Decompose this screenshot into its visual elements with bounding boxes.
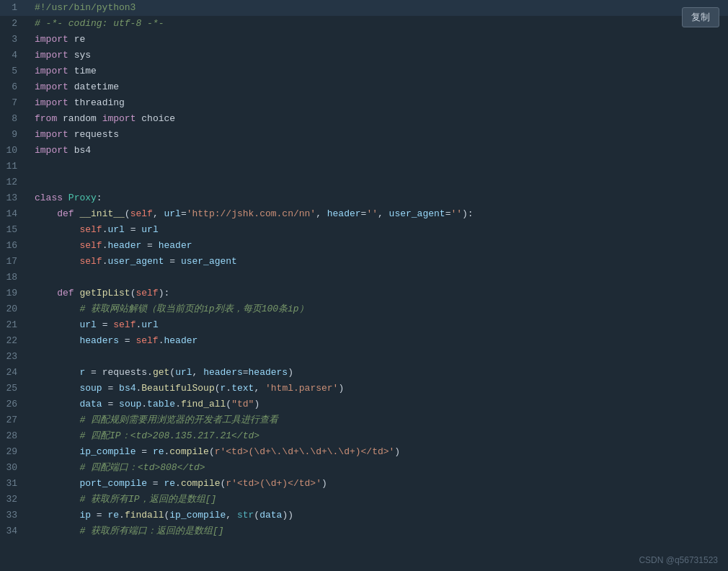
line-number: 30 xyxy=(0,460,29,476)
table-row: 26 data = soup.table.find_all("td") xyxy=(0,397,728,412)
line-code: soup = bs4.BeautifulSoup(r.text, 'html.p… xyxy=(29,381,728,397)
line-code: import datetime xyxy=(29,79,728,95)
table-row: 12 xyxy=(0,174,728,190)
line-number: 2 xyxy=(0,16,29,32)
line-code: # 获取所有IP，返回的是数组[] xyxy=(29,492,728,508)
table-row: 30 # 四配端口：<td>808</td> xyxy=(0,460,728,476)
line-number: 21 xyxy=(0,317,29,333)
code-table: 1#!/usr/bin/python32# -*- coding: utf-8 … xyxy=(0,0,728,539)
line-number: 25 xyxy=(0,381,29,397)
table-row: 1#!/usr/bin/python3 xyxy=(0,0,728,16)
line-code: import requests xyxy=(29,127,728,143)
table-row: 34 # 获取所有端口：返回的是数组[] xyxy=(0,523,728,539)
table-row: 3import re xyxy=(0,32,728,48)
line-number: 10 xyxy=(0,143,29,159)
line-code: def __init__(self, url='http://jshk.com.… xyxy=(29,206,728,222)
table-row: 20 # 获取网站解锁（取当前页的ip列表，每页100条ip） xyxy=(0,301,728,317)
table-row: 21 url = self.url xyxy=(0,317,728,333)
line-code: ip = re.findall(ip_compile, str(data)) xyxy=(29,508,728,523)
line-number: 3 xyxy=(0,32,29,48)
table-row: 23 xyxy=(0,349,728,365)
copy-button[interactable]: 复制 xyxy=(682,7,719,27)
line-code: self.url = url xyxy=(29,222,728,238)
line-number: 16 xyxy=(0,238,29,254)
line-number: 18 xyxy=(0,270,29,286)
line-number: 15 xyxy=(0,222,29,238)
line-code: url = self.url xyxy=(29,317,728,333)
table-row: 29 ip_compile = re.compile(r'<td>(\d+\.\… xyxy=(0,444,728,460)
code-container: 复制 1#!/usr/bin/python32# -*- coding: utf… xyxy=(0,0,728,571)
table-row: 22 headers = self.header xyxy=(0,333,728,349)
table-row: 2# -*- coding: utf-8 -*- xyxy=(0,16,728,32)
table-row: 33 ip = re.findall(ip_compile, str(data)… xyxy=(0,508,728,523)
line-code: r = requests.get(url, headers=headers) xyxy=(29,365,728,381)
table-row: 6import datetime xyxy=(0,79,728,95)
line-code: #!/usr/bin/python3 xyxy=(29,0,728,16)
line-number: 29 xyxy=(0,444,29,460)
table-row: 18 xyxy=(0,270,728,286)
line-code: self.header = header xyxy=(29,238,728,254)
line-number: 22 xyxy=(0,333,29,349)
line-number: 26 xyxy=(0,397,29,412)
line-code: # 四配IP：<td>208.135.217.21</td> xyxy=(29,428,728,444)
line-number: 12 xyxy=(0,174,29,190)
line-code: import time xyxy=(29,63,728,79)
line-number: 5 xyxy=(0,63,29,79)
line-number: 1 xyxy=(0,0,29,16)
line-code: # 获取所有端口：返回的是数组[] xyxy=(29,523,728,539)
table-row: 7import threading xyxy=(0,95,728,111)
line-number: 4 xyxy=(0,48,29,63)
line-code: import re xyxy=(29,32,728,48)
line-number: 13 xyxy=(0,190,29,206)
line-code: # -*- coding: utf-8 -*- xyxy=(29,16,728,32)
table-row: 28 # 四配IP：<td>208.135.217.21</td> xyxy=(0,428,728,444)
line-code: headers = self.header xyxy=(29,333,728,349)
table-row: 14 def __init__(self, url='http://jshk.c… xyxy=(0,206,728,222)
line-number: 11 xyxy=(0,159,29,174)
line-number: 8 xyxy=(0,111,29,127)
line-code xyxy=(29,159,728,174)
line-code: from random import choice xyxy=(29,111,728,127)
line-code xyxy=(29,270,728,286)
table-row: 24 r = requests.get(url, headers=headers… xyxy=(0,365,728,381)
line-number: 9 xyxy=(0,127,29,143)
table-row: 32 # 获取所有IP，返回的是数组[] xyxy=(0,492,728,508)
line-code: import sys xyxy=(29,48,728,63)
line-number: 24 xyxy=(0,365,29,381)
line-number: 20 xyxy=(0,301,29,317)
line-code xyxy=(29,174,728,190)
line-code: self.user_agent = user_agent xyxy=(29,254,728,270)
table-row: 16 self.header = header xyxy=(0,238,728,254)
table-row: 4import sys xyxy=(0,48,728,63)
table-row: 25 soup = bs4.BeautifulSoup(r.text, 'htm… xyxy=(0,381,728,397)
line-number: 32 xyxy=(0,492,29,508)
line-code: ip_compile = re.compile(r'<td>(\d+\.\d+\… xyxy=(29,444,728,460)
table-row: 17 self.user_agent = user_agent xyxy=(0,254,728,270)
line-number: 14 xyxy=(0,206,29,222)
line-code: import threading xyxy=(29,95,728,111)
line-number: 19 xyxy=(0,286,29,301)
line-number: 33 xyxy=(0,508,29,523)
line-number: 17 xyxy=(0,254,29,270)
table-row: 31 port_compile = re.compile(r'<td>(\d+)… xyxy=(0,476,728,492)
table-row: 13class Proxy: xyxy=(0,190,728,206)
line-code: class Proxy: xyxy=(29,190,728,206)
table-row: 5import time xyxy=(0,63,728,79)
line-code: data = soup.table.find_all("td") xyxy=(29,397,728,412)
line-number: 27 xyxy=(0,412,29,428)
table-row: 8from random import choice xyxy=(0,111,728,127)
table-row: 10import bs4 xyxy=(0,143,728,159)
table-row: 19 def getIpList(self): xyxy=(0,286,728,301)
table-row: 11 xyxy=(0,159,728,174)
table-row: 9import requests xyxy=(0,127,728,143)
line-code xyxy=(29,349,728,365)
line-code: # 四配规则需要用浏览器的开发者工具进行查看 xyxy=(29,412,728,428)
line-code: def getIpList(self): xyxy=(29,286,728,301)
line-code: # 四配端口：<td>808</td> xyxy=(29,460,728,476)
line-code: # 获取网站解锁（取当前页的ip列表，每页100条ip） xyxy=(29,301,728,317)
line-number: 6 xyxy=(0,79,29,95)
table-row: 27 # 四配规则需要用浏览器的开发者工具进行查看 xyxy=(0,412,728,428)
watermark: CSDN @q56731523 xyxy=(639,555,718,565)
line-number: 34 xyxy=(0,523,29,539)
line-number: 7 xyxy=(0,95,29,111)
